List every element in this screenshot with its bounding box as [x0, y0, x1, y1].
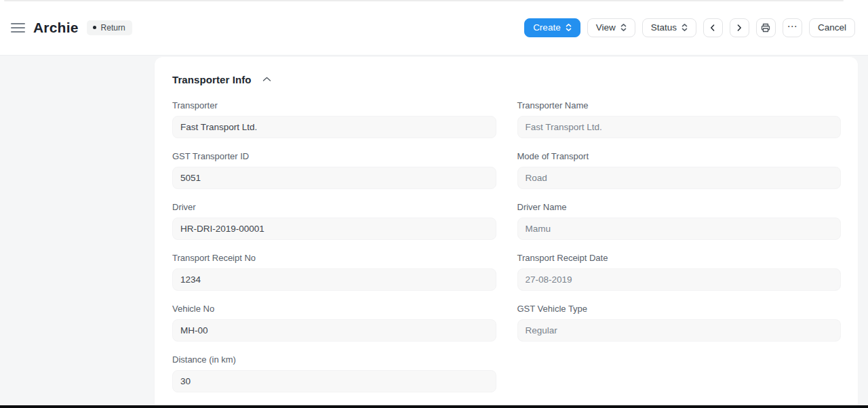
- field-gst-vehicle-type: GST Vehicle Type: [517, 304, 842, 342]
- field-label: Vehicle No: [172, 304, 496, 314]
- distance-input[interactable]: [172, 370, 496, 392]
- field-distance: Distance (in km): [172, 354, 496, 392]
- status-badge-label: Return: [101, 23, 125, 33]
- field-label: Mode of Transport: [517, 151, 842, 161]
- window-bottom-edge: [0, 405, 868, 408]
- page-body: Transporter Info Transporter Transporter…: [0, 56, 868, 405]
- gst-transporter-id-input[interactable]: [172, 167, 496, 189]
- status-button[interactable]: Status: [642, 18, 696, 37]
- field-mode-of-transport: Mode of Transport: [517, 151, 842, 189]
- vehicle-no-input[interactable]: [172, 319, 496, 342]
- field-label: Transporter Name: [517, 100, 842, 110]
- hamburger-menu-icon[interactable]: [11, 21, 25, 35]
- section-collapse-button[interactable]: [260, 73, 273, 86]
- chevron-updown-icon: [620, 23, 627, 32]
- transporter-name-input[interactable]: [517, 116, 842, 138]
- mode-of-transport-input[interactable]: [517, 167, 842, 189]
- field-gst-transporter-id: GST Transporter ID: [172, 151, 496, 189]
- field-transport-receipt-date: Transport Receipt Date: [517, 253, 842, 291]
- ellipsis-icon: ⋯: [787, 21, 797, 35]
- field-label: GST Transporter ID: [172, 151, 496, 161]
- chevron-up-icon: [262, 75, 272, 85]
- field-driver-name: Driver Name: [517, 202, 842, 240]
- field-label: Transport Receipt Date: [517, 253, 842, 263]
- field-transporter: Transporter: [172, 100, 496, 138]
- chevron-updown-icon: [682, 23, 688, 32]
- field-driver: Driver: [172, 202, 496, 240]
- form-grid: Transporter Transporter Name GST Transpo…: [172, 100, 841, 392]
- view-button[interactable]: View: [587, 18, 635, 37]
- printer-icon: [760, 22, 771, 33]
- field-label: Driver Name: [517, 202, 842, 212]
- field-vehicle-no: Vehicle No: [172, 304, 496, 342]
- field-label: Distance (in km): [172, 354, 496, 365]
- section-header[interactable]: Transporter Info: [172, 73, 841, 86]
- driver-name-input[interactable]: [517, 218, 842, 240]
- section-title: Transporter Info: [172, 74, 252, 85]
- status-badge: Return: [87, 20, 132, 35]
- field-label: Transport Receipt No: [172, 253, 496, 263]
- field-transport-receipt-no: Transport Receipt No: [172, 253, 496, 291]
- transport-receipt-no-input[interactable]: [172, 268, 496, 291]
- field-label: Driver: [172, 202, 496, 212]
- app-header: Archie Return Create View Status: [0, 0, 868, 56]
- transport-receipt-date-input[interactable]: [517, 268, 842, 291]
- chevron-updown-icon: [566, 23, 572, 32]
- status-dot-icon: [93, 26, 96, 29]
- menu-more-button[interactable]: ⋯: [783, 18, 802, 37]
- field-transporter-name: Transporter Name: [517, 100, 842, 138]
- next-document-button[interactable]: [730, 18, 749, 37]
- field-label: Transporter: [172, 100, 496, 110]
- driver-input[interactable]: [172, 218, 496, 240]
- window-top-edge: [4, 0, 844, 1]
- print-button[interactable]: [756, 18, 776, 37]
- create-button[interactable]: Create: [524, 18, 580, 37]
- transporter-input[interactable]: [172, 116, 496, 138]
- previous-document-button[interactable]: [703, 18, 723, 37]
- chevron-left-icon: [708, 23, 717, 33]
- cancel-button[interactable]: Cancel: [809, 18, 855, 37]
- form-card: Transporter Info Transporter Transporter…: [155, 57, 858, 405]
- gst-vehicle-type-input[interactable]: [517, 319, 842, 342]
- toolbar: Create View Status: [524, 18, 855, 37]
- page-title: Archie: [33, 20, 79, 36]
- field-label: GST Vehicle Type: [517, 304, 842, 314]
- chevron-right-icon: [734, 23, 744, 33]
